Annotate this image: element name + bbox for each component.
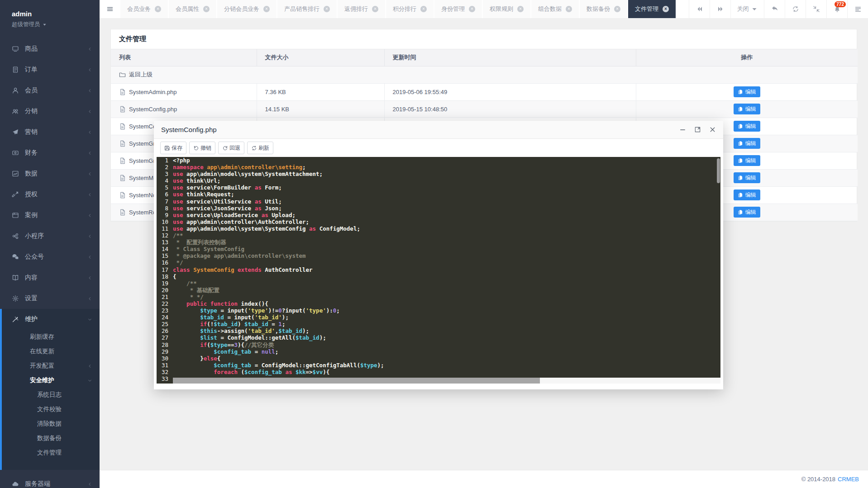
tab-3[interactable]: 产品销售排行 ×: [277, 0, 338, 18]
tab-close-icon[interactable]: ×: [566, 6, 572, 12]
control-refresh-page[interactable]: [785, 0, 806, 18]
control-back[interactable]: [764, 0, 785, 18]
sidebar-collapse-button[interactable]: [100, 0, 120, 18]
tab-close-icon[interactable]: ×: [663, 6, 669, 12]
close-tabs-menu-icon: [751, 5, 758, 13]
control-layout-menu[interactable]: [847, 0, 868, 18]
sidebar-item-case[interactable]: 案例: [0, 205, 100, 226]
sidebar-item-server[interactable]: 服务器端: [0, 474, 100, 488]
sidebar-subitem-system-log[interactable]: 系统日志: [2, 388, 100, 402]
close-icon[interactable]: [709, 126, 716, 133]
tab-close-icon[interactable]: ×: [372, 6, 378, 12]
line-number: 18: [157, 273, 168, 280]
edit-button[interactable]: 编辑: [734, 190, 760, 200]
toolbar-refresh-button[interactable]: 刷新: [247, 142, 273, 154]
code-editor[interactable]: 1 <?php 2 namespace app\admin\controller…: [157, 157, 720, 384]
table-row[interactable]: SystemAdmin.php 7.36 KB 2019-05-06 19:55…: [111, 83, 858, 100]
line-number: 20: [157, 287, 168, 294]
exit-fullscreen-icon: [813, 5, 820, 13]
maximize-icon[interactable]: [694, 126, 701, 133]
sidebar-subitem-online-update[interactable]: 在线更新: [2, 344, 100, 359]
tab-close-icon[interactable]: ×: [203, 6, 210, 12]
sidebar-subitem-file-verify[interactable]: 文件校验: [2, 402, 100, 417]
edit-button[interactable]: 编辑: [734, 86, 760, 97]
sidebar-item-cms[interactable]: 内容: [0, 267, 100, 288]
column-header: 列表: [111, 49, 257, 66]
control-scroll-tabs-right[interactable]: [710, 0, 730, 18]
toolbar-undo-button[interactable]: 撤销: [189, 142, 215, 154]
chevron-left-icon: [87, 130, 92, 135]
code-line: 2 namespace app\admin\controller\setting…: [157, 164, 720, 171]
tab-close-icon[interactable]: ×: [324, 6, 330, 12]
tab-10[interactable]: 文件管理 ×: [628, 0, 677, 18]
tab-6[interactable]: 身份管理 ×: [434, 0, 483, 18]
sidebar-item-order[interactable]: 订单: [0, 59, 100, 80]
control-close-tabs-menu[interactable]: 关闭: [730, 0, 764, 18]
edit-button[interactable]: 编辑: [734, 138, 760, 149]
tab-close-icon[interactable]: ×: [155, 6, 161, 12]
sidebar-item-marketing[interactable]: 营销: [0, 122, 100, 142]
up-level-row[interactable]: 返回上级: [111, 66, 858, 83]
scrollbar-thumb[interactable]: [173, 378, 540, 384]
edit-button[interactable]: 编辑: [734, 155, 760, 166]
chevron-down-icon: [87, 378, 92, 383]
minimize-icon[interactable]: [679, 126, 686, 133]
tab-close-icon[interactable]: ×: [614, 6, 620, 12]
line-number: 3: [157, 171, 168, 177]
file-icon: [119, 106, 126, 113]
sidebar-item-distribution[interactable]: 分销: [0, 101, 100, 122]
sidebar-item-label: 商品: [25, 45, 38, 53]
tab-7[interactable]: 权限规则 ×: [483, 0, 531, 18]
code-line: 25 if(!$tab_id) $tab_id = 1;: [157, 321, 720, 327]
edit-button[interactable]: 编辑: [734, 172, 760, 183]
user-role-dropdown[interactable]: 超级管理员: [12, 21, 100, 28]
tab-2[interactable]: 分销会员业务 ×: [217, 0, 277, 18]
edit-button[interactable]: 编辑: [734, 121, 760, 132]
tab-close-icon[interactable]: ×: [420, 6, 427, 12]
code-line: 5 use service\FormBuilder as Form;: [157, 184, 720, 191]
control-notifications[interactable]: 772: [826, 0, 847, 18]
sidebar-item-label: 内容: [25, 274, 38, 282]
toolbar-rollback-button[interactable]: 回退: [218, 142, 244, 154]
sidebar-item-label: 维护: [25, 315, 38, 323]
sidebar-subitem-dev-config[interactable]: 开发配置: [2, 359, 100, 373]
tab-8[interactable]: 组合数据 ×: [531, 0, 580, 18]
tab-0[interactable]: 会员业务 ×: [120, 0, 169, 18]
edit-button[interactable]: 编辑: [734, 104, 760, 114]
tab-1[interactable]: 会员属性 ×: [169, 0, 217, 18]
control-exit-fullscreen[interactable]: [806, 0, 826, 18]
tab-9[interactable]: 数据备份 ×: [580, 0, 628, 18]
sidebar-item-maintain[interactable]: 维护: [2, 309, 100, 330]
sidebar-item-member[interactable]: 会员: [0, 80, 100, 101]
edit-button[interactable]: 编辑: [734, 207, 760, 218]
sidebar-item-data[interactable]: 数据: [0, 163, 100, 184]
sidebar-item-official[interactable]: 公众号: [0, 246, 100, 267]
sidebar-item-miniprogram[interactable]: 小程序: [0, 226, 100, 246]
sidebar-item-auth[interactable]: 授权: [0, 184, 100, 205]
code-line: 15 * @package app\admin\controller\syste…: [157, 252, 720, 259]
chevron-left-icon: [87, 296, 92, 301]
code-line: 6 use think\Request;: [157, 191, 720, 198]
toolbar-save-button[interactable]: 保存: [160, 142, 186, 154]
tab-close-icon[interactable]: ×: [469, 6, 475, 12]
vertical-scrollbar-thumb[interactable]: [717, 158, 720, 183]
footer-brand-link[interactable]: CRMEB: [838, 476, 859, 483]
tab-close-icon[interactable]: ×: [263, 6, 270, 12]
sidebar-subitem-data-backup[interactable]: 数据备份: [2, 431, 100, 445]
sidebar-item-finance[interactable]: 财务: [0, 142, 100, 163]
sidebar-subitem-security[interactable]: 安全维护: [2, 373, 100, 388]
tab-4[interactable]: 返佣排行 ×: [338, 0, 386, 18]
horizontal-scrollbar[interactable]: [173, 378, 720, 384]
line-number: 24: [157, 314, 168, 321]
sidebar-subitem-refresh-cache[interactable]: 刷新缓存: [2, 330, 100, 344]
sidebar-item-setting[interactable]: 设置: [0, 288, 100, 309]
sidebar-subitem-clear-data[interactable]: 清除数据: [2, 417, 100, 431]
control-scroll-tabs-left[interactable]: [689, 0, 710, 18]
sidebar-subitem-file-manager[interactable]: 文件管理: [2, 445, 100, 460]
table-row[interactable]: SystemConfig.php 14.15 KB 2019-05-15 10:…: [111, 100, 858, 118]
order-icon: [12, 66, 19, 73]
sidebar-item-goods[interactable]: 商品: [0, 38, 100, 59]
tab-close-icon[interactable]: ×: [517, 6, 524, 12]
tab-5[interactable]: 积分排行 ×: [386, 0, 434, 18]
sidebar-item-label: 数据: [25, 170, 38, 178]
